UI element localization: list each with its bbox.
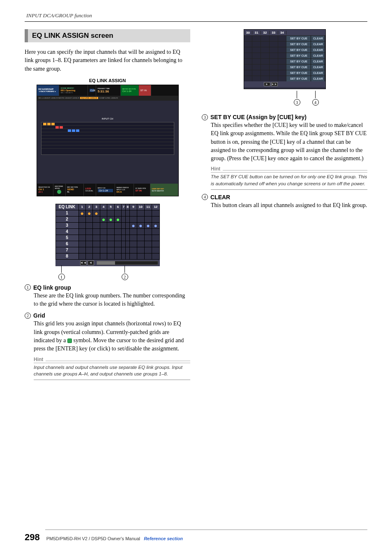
patched-symbol-icon <box>67 339 72 343</box>
detail-col-9: 9 <box>130 204 137 210</box>
detail-screenshot-figure: EQ LINK 1 2 3 4 5 6 7 8 9 10 11 <box>25 204 190 277</box>
detail-scroll-thumb[interactable] <box>97 261 115 265</box>
ss-bottombar: SELECTED CH CH 1 ch 1 ENCODER MODE MIX S… <box>37 184 178 196</box>
main-screenshot-figure: EQ LINK ASSIGN DCA/GROUP ◄ BACK FORWARD … <box>25 78 190 196</box>
sr-col-33: 33 <box>270 31 278 35</box>
main-screenshot-caption: EQ LINK ASSIGN <box>25 78 190 83</box>
hint-right-label-text: Hint <box>211 166 220 172</box>
ss-encoder-knob-icon[interactable] <box>57 190 61 194</box>
footer-rule <box>45 530 367 530</box>
sr-set-3[interactable]: SET BY CUE <box>286 47 311 53</box>
sr-clear-2[interactable]: CLEAR <box>311 41 325 47</box>
item-3-title: SET BY CUE (Assign by [CUE] key) <box>210 114 307 120</box>
detail-col-8: 8 <box>126 204 130 210</box>
detail-col-4: 4 <box>100 204 107 210</box>
ss-nav-fwd[interactable]: FORWARD ► <box>46 90 56 92</box>
detail-col-6: 6 <box>114 204 121 210</box>
item-4-title: CLEAR <box>210 194 230 200</box>
sr-set-7[interactable]: SET BY CUE <box>286 70 311 76</box>
ss-cue-label[interactable]: CUE <box>90 89 94 92</box>
sr-scroll: ► ►► <box>244 81 325 87</box>
ss-meter-stin[interactable]: ST IN <box>141 89 149 92</box>
sr-set-4[interactable]: SET BY CUE <box>286 53 311 58</box>
ss-fader-b[interactable]: DCA <box>117 191 132 193</box>
page-footer: 298 PM5D/PM5D-RH V2 / DSP5D Owner's Manu… <box>25 532 367 543</box>
item-1-body: These are the EQ link group numbers. The… <box>34 292 190 309</box>
ss-meter-ch[interactable]: CH 1-24 <box>122 90 137 92</box>
sr-clear-6[interactable]: CLEAR <box>311 64 325 70</box>
hint-left-body: Input channels and output channels use s… <box>34 364 190 380</box>
sr-set-2[interactable]: SET BY CUE <box>286 41 311 47</box>
sr-clear-1[interactable]: CLEAR <box>311 36 325 41</box>
callout-4: 4 <box>312 99 319 106</box>
item-1-title: EQ link group <box>33 284 71 291</box>
ss-tab-dca[interactable]: DCA GROUP ASSIGN <box>39 97 58 99</box>
detail-col-12: 12 <box>152 204 159 210</box>
ss-topbar: DCA/GROUP ◄ BACK FORWARD ► SCENE MEMORY … <box>37 85 178 96</box>
running-header: INPUT DCA/GROUP function <box>25 12 367 19</box>
sr-clear-8[interactable]: CLEAR <box>311 76 325 81</box>
detail-scroll-back1[interactable]: ◄ <box>88 260 94 265</box>
callout-line-4 <box>315 91 316 98</box>
sr-col-30: 30 <box>244 31 253 35</box>
item-4-num: 4 <box>202 194 208 200</box>
item-3-heading: 3 SET BY CUE (Assign by [CUE] key) <box>202 114 367 120</box>
callout-1: 1 <box>58 274 65 280</box>
detail-row-2: 2 <box>55 216 78 222</box>
detail-col-7: 7 <box>122 204 126 210</box>
item-4-body: This button clears all input channels as… <box>211 201 367 210</box>
ss-tab-mute[interactable]: MUTE GROUP ASSIGN <box>58 97 79 99</box>
sr-clear-5[interactable]: CLEAR <box>311 59 325 64</box>
ss-time-value: 5:31:36 <box>98 90 119 93</box>
item-2-body: This grid lets you assign input channels… <box>34 320 190 353</box>
footer-section: Reference section <box>144 536 183 541</box>
ss-stin-val[interactable]: ST IN <box>136 189 148 192</box>
callout-line-2 <box>125 265 125 273</box>
item-3-body: This specifies whether the [CUE] key wil… <box>211 121 367 163</box>
sr-clear-3[interactable]: CLEAR <box>311 47 325 53</box>
sr-clear-4[interactable]: CLEAR <box>311 53 325 58</box>
sr-clear-7[interactable]: CLEAR <box>311 70 325 76</box>
detail-row-4: 4 <box>55 228 78 235</box>
ss-ch-small: ch 1 <box>39 191 51 193</box>
section-title-box: EQ LINK ASSIGN screen <box>25 29 190 42</box>
sr-scroll-fwd2[interactable]: ►► <box>271 82 278 86</box>
hint-left-label-text: Hint <box>34 357 43 362</box>
ss-grid-top-label: INPUT CH <box>42 117 174 120</box>
ss-encoder-label: ENCODER MODE <box>55 185 64 189</box>
main-screenshot: DCA/GROUP ◄ BACK FORWARD ► SCENE MEMORY … <box>37 85 179 196</box>
sr-set-1[interactable]: SET BY CUE <box>286 36 311 41</box>
item-1-heading: 1 EQ link group <box>25 284 190 291</box>
ss-tab-eqlink[interactable]: EQ LINK ASSIGN <box>80 97 99 99</box>
item-2-title: Grid <box>33 312 45 319</box>
detail-row-5: 5 <box>55 235 78 241</box>
right-column: 30 31 32 33 34 SET BY CUECLEAR SET BY CU… <box>202 29 367 384</box>
intro-paragraph: Here you can specify the input channels … <box>25 48 190 73</box>
ss-chlevel-label[interactable]: CH LEVEL <box>85 190 94 192</box>
ss-input-ch[interactable]: CH 1-24 <box>98 189 113 192</box>
detail-grid-table[interactable]: EQ LINK 1 2 3 4 5 6 7 8 9 10 11 <box>55 204 160 260</box>
hint-right-label: Hint <box>211 166 367 173</box>
detail-scroll-back2[interactable]: ◄◄ <box>80 260 87 265</box>
hint-right-body: The SET BY CUE button can be turned on f… <box>211 173 367 189</box>
ss-scene-sub: SEL > 002 ACT1 <box>61 92 86 94</box>
detail-col-2: 2 <box>85 204 92 210</box>
ss-grid[interactable]: INPUT CH <box>41 122 174 155</box>
left-column: EQ LINK ASSIGN screen Here you can speci… <box>25 29 190 384</box>
detail-col-10: 10 <box>137 204 144 210</box>
sr-set-6[interactable]: SET BY CUE <box>286 64 311 70</box>
sr-set-5[interactable]: SET BY CUE <box>286 59 311 64</box>
callout-line-1 <box>61 265 62 273</box>
hint-left-label: Hint <box>34 357 190 363</box>
sr-set-8[interactable]: SET BY CUE <box>286 76 311 81</box>
ss-nav-back[interactable]: ◄ BACK <box>39 90 46 92</box>
ss-mutemaster[interactable]: MUTE MASTER <box>152 190 176 192</box>
detail-scroll-track[interactable] <box>97 261 158 265</box>
sr-col-34: 34 <box>278 31 287 35</box>
sr-rows: SET BY CUECLEAR SET BY CUECLEAR SET BY C… <box>244 35 325 81</box>
callout-2: 2 <box>122 274 128 280</box>
footer-text: PM5D/PM5D-RH V2 / DSP5D Owner's Manual R… <box>46 536 183 541</box>
sr-scroll-fwd1[interactable]: ► <box>264 82 270 86</box>
ss-tab-comp[interactable]: COMP LINK ASSIGN <box>99 97 118 99</box>
right-screenshot: 30 31 32 33 34 SET BY CUECLEAR SET BY CU… <box>244 29 326 89</box>
